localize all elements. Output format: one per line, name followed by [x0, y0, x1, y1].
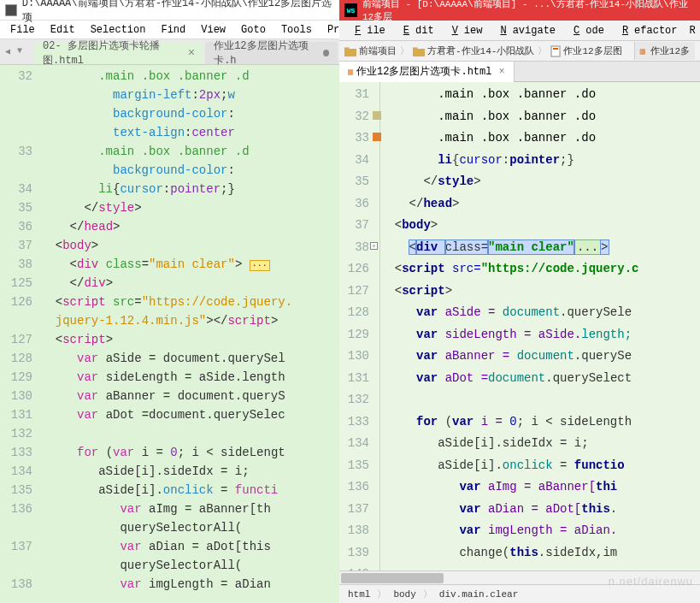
code-line[interactable]: <body> — [380, 215, 700, 237]
code-line[interactable] — [380, 564, 700, 570]
code-line[interactable]: </head> — [380, 193, 700, 216]
chevron-right-icon: 〉 — [400, 44, 409, 57]
line-number: 129 — [0, 368, 32, 387]
menu-refactor[interactable]: Refactor — [610, 23, 684, 38]
webstorm-title-text: 前端项目 - [D:\AAAAA\前端项目] - ...\方君君-作业14-小阳… — [362, 0, 695, 23]
code-line[interactable]: var aBanner = document.queryS — [41, 387, 339, 405]
breadcrumb-item[interactable]: 方君君-作业14-小阳战队 — [413, 44, 534, 57]
close-icon[interactable]: × — [498, 66, 504, 78]
code-line[interactable]: background-color: — [41, 104, 339, 123]
code-line[interactable]: .main .box .banner .do — [380, 127, 700, 150]
menu-edit[interactable]: Edit — [391, 23, 440, 38]
tab-nav-right-icon[interactable]: ▼ — [17, 46, 22, 56]
code-line[interactable]: </div> — [41, 274, 339, 293]
structure-crumb[interactable]: div.main.clear — [439, 589, 518, 600]
tab-nav-left-icon[interactable]: ◀ — [5, 46, 10, 56]
line-number: 38+ — [339, 237, 369, 259]
code-line[interactable]: .main .box .banner .d — [41, 142, 339, 161]
menu-code[interactable]: Code — [562, 23, 610, 38]
menu-run[interactable]: Run — [684, 23, 701, 38]
menu-view[interactable]: View — [194, 22, 232, 38]
code-line[interactable]: var aSide = document.querySel — [41, 349, 339, 368]
menu-edit[interactable]: Edit — [44, 22, 82, 38]
line-number: 36 — [339, 193, 369, 216]
menu-selection[interactable]: Selection — [84, 22, 153, 38]
code-line[interactable] — [380, 389, 700, 411]
code-line[interactable]: <script> — [41, 330, 339, 349]
menu-project[interactable]: Project — [321, 22, 339, 38]
code-line[interactable] — [41, 424, 339, 443]
webstorm-editor[interactable]: 3132333435363738+12612712812913013113213… — [339, 82, 700, 570]
code-line[interactable]: li{cursor:pointer;} — [380, 150, 700, 172]
menu-file[interactable]: File — [3, 22, 42, 38]
sublime-editor[interactable]: 3233343536373812512612712812913013113213… — [0, 65, 339, 603]
code-line[interactable]: .main .box .banner .d — [41, 67, 339, 86]
horizontal-scrollbar[interactable] — [339, 570, 700, 584]
code-line[interactable]: var aBanner = document.querySe — [380, 346, 700, 368]
overflow-tab[interactable]: ▥ 作业12多 — [634, 42, 695, 60]
code-line[interactable]: var aSide = document.querySele — [380, 302, 700, 324]
code-line[interactable]: aSide[i].onclick = functio — [380, 455, 700, 477]
code-line[interactable]: var sideLength = aSide.length; — [380, 324, 700, 346]
code-line[interactable]: var aDot =document.querySelec — [41, 405, 339, 424]
line-number: 32 — [0, 67, 32, 86]
code-line[interactable]: text-align:center — [41, 123, 339, 142]
sublime-gutter: 3233343536373812512612712812913013113213… — [0, 65, 41, 603]
menu-file[interactable]: File — [343, 23, 391, 38]
scrollbar-thumb[interactable] — [341, 573, 444, 583]
code-line[interactable]: aSide[i].sideIdx = i; — [380, 433, 700, 455]
code-line[interactable]: var aImg = aBanner[th querySelectorAll( — [41, 500, 339, 537]
breadcrumb-item[interactable]: 作业12多层图 — [550, 44, 621, 57]
structure-crumb[interactable]: html — [348, 589, 370, 600]
code-line[interactable]: aSide[i].onclick = functi — [41, 481, 339, 500]
code-line[interactable]: var aDian = aDot[this querySelectorAll( — [41, 537, 339, 575]
code-line[interactable]: .main .box .banner .do — [380, 106, 700, 128]
menu-tools[interactable]: Tools — [274, 22, 319, 38]
editor-tab-active[interactable]: ▥ 作业12多层图片选项卡.html × — [339, 62, 515, 82]
line-number: 135 — [0, 481, 32, 500]
line-number: 131 — [339, 368, 369, 390]
chevron-right-icon: 〉 — [423, 588, 432, 600]
code-line[interactable]: li{cursor:pointer;} — [41, 180, 339, 198]
webstorm-code-area[interactable]: .main .box .banner .do .main .box .banne… — [380, 82, 700, 570]
menu-goto[interactable]: Goto — [234, 22, 273, 38]
sublime-code-area[interactable]: .main .box .banner .d margin-left:2px;w … — [41, 65, 339, 603]
code-line[interactable]: var imgLength = aDian — [41, 575, 339, 594]
code-line[interactable]: var aDot =document.querySelect — [380, 368, 700, 390]
html-file-icon: ▥ — [640, 47, 650, 56]
code-line[interactable]: aSide[i].sideIdx = i; — [41, 462, 339, 481]
code-line[interactable]: </style> — [41, 198, 339, 217]
editor-tab-1[interactable]: 作业12多层图片选项卡.h — [205, 42, 338, 64]
code-line[interactable]: <div class="main clear"...> — [380, 237, 700, 259]
structure-crumb[interactable]: body — [393, 589, 415, 600]
code-line[interactable]: .main .box .banner .do — [380, 84, 700, 106]
menu-view[interactable]: View — [440, 23, 489, 38]
line-number: 130 — [0, 387, 32, 405]
code-line[interactable]: <div class="main clear"> ··· — [41, 255, 339, 274]
code-line[interactable]: margin-left:2px;w — [41, 86, 339, 104]
overflow-tab-label: 作业12多 — [650, 46, 690, 56]
line-number: 127 — [339, 281, 369, 303]
code-line[interactable]: var sideLength = aSide.length — [41, 368, 339, 387]
code-line[interactable]: var imgLength = aDian. — [380, 520, 700, 542]
code-line[interactable]: var aDian = aDot[this. — [380, 499, 700, 521]
code-line[interactable]: var aImg = aBanner[thi — [380, 476, 700, 499]
code-line[interactable]: </head> — [41, 217, 339, 236]
code-line[interactable]: </style> — [380, 171, 700, 193]
code-line[interactable]: change(this.sideIdx,im — [380, 542, 700, 565]
menu-navigate[interactable]: Navigate — [488, 23, 562, 38]
code-line[interactable]: <script src="https://code.jquery.c — [380, 258, 700, 281]
code-line[interactable]: for (var i = 0; i < sideLength — [380, 411, 700, 434]
webstorm-pane: WS 前端项目 - [D:\AAAAA\前端项目] - ...\方君君-作业14… — [339, 0, 700, 603]
code-line[interactable]: <body> — [41, 236, 339, 255]
menu-find[interactable]: Find — [154, 22, 192, 38]
fold-toggle-icon[interactable]: + — [370, 242, 378, 250]
code-line[interactable]: background-color: — [41, 161, 339, 180]
code-line[interactable]: <script src="https://code.jquery. jquery… — [41, 293, 339, 330]
breadcrumb-item[interactable]: 前端项目 — [344, 44, 397, 57]
editor-tab-0[interactable]: 02- 多层图片选项卡轮播图.html× — [34, 42, 203, 64]
code-line[interactable]: <script> — [380, 281, 700, 303]
code-line[interactable]: for (var i = 0; i < sideLengt — [41, 443, 339, 462]
close-icon[interactable]: × — [188, 46, 195, 60]
line-number: 38 — [0, 255, 32, 274]
